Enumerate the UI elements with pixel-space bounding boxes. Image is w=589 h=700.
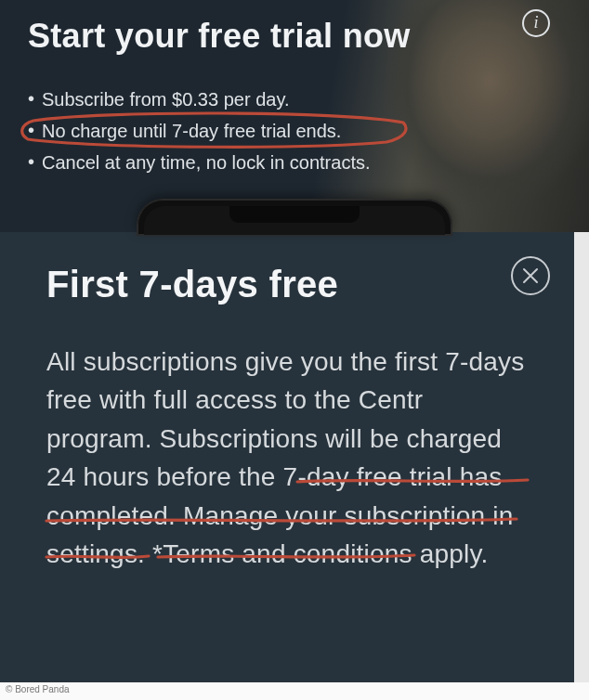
- close-icon: [521, 266, 540, 285]
- trial-details-panel: First 7-days free All subscriptions give…: [0, 232, 574, 682]
- close-button[interactable]: [511, 256, 550, 295]
- details-heading: First 7-days free: [46, 264, 531, 305]
- promo-bullet-list: • Subscribe from $0.33 per day. • No cha…: [28, 85, 561, 176]
- bullet-dot: •: [28, 84, 34, 112]
- bullet-dot: •: [28, 148, 34, 175]
- details-body: All subscriptions give you the first 7-d…: [46, 343, 531, 574]
- bullet-item: • Subscribe from $0.33 per day.: [28, 85, 561, 113]
- bullet-dot: •: [28, 116, 34, 144]
- watermark: © Bored Panda: [6, 684, 70, 694]
- bullet-item: • Cancel at any time, no lock in contrac…: [28, 149, 561, 176]
- promo-heading: Start your free trial now: [28, 17, 561, 56]
- trial-promo-panel: i Start your free trial now • Subscribe …: [0, 0, 589, 232]
- phone-notch: [229, 206, 360, 223]
- info-icon-glyph: i: [533, 14, 538, 31]
- footer-strip: [0, 682, 589, 700]
- bullet-text: Subscribe from $0.33 per day.: [42, 85, 289, 113]
- info-icon[interactable]: i: [522, 9, 550, 37]
- bullet-text: No charge until 7-day free trial ends.: [42, 117, 341, 145]
- phone-frame-decor: [137, 199, 452, 236]
- bullet-item: • No charge until 7-day free trial ends.: [28, 117, 561, 145]
- bullet-text: Cancel at any time, no lock in contracts…: [42, 149, 371, 176]
